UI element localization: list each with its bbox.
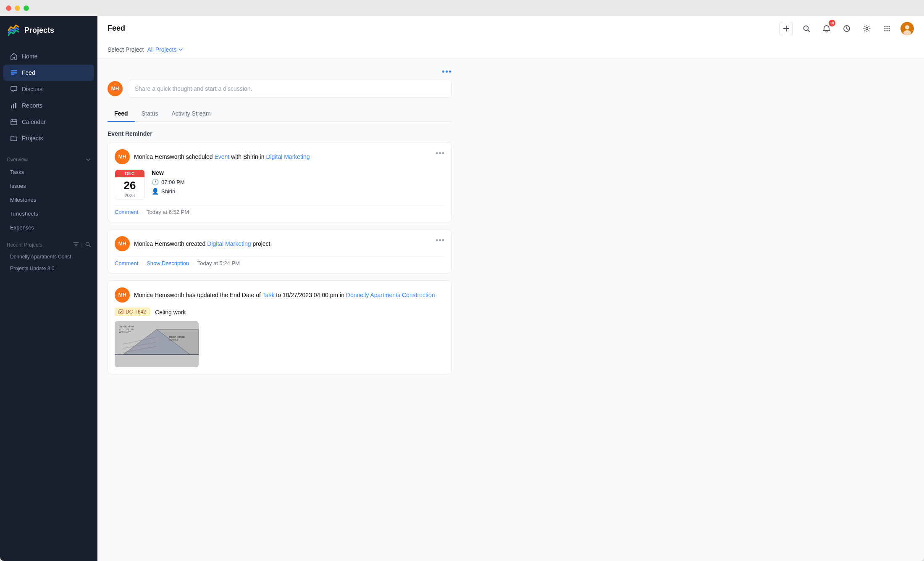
svg-point-10	[866, 27, 868, 29]
maximize-button[interactable]	[24, 5, 29, 11]
person-icon: 👤	[152, 188, 159, 195]
card1-more-button[interactable]: •••	[436, 149, 445, 158]
add-button[interactable]	[780, 22, 793, 35]
svg-point-22	[903, 30, 911, 35]
main-content: Feed 10	[97, 16, 924, 561]
sidebar-item-tasks-label: Tasks	[10, 169, 24, 175]
task-details: DC-T642 Celing work	[115, 308, 445, 367]
reports-icon	[10, 102, 18, 109]
feed-more-button[interactable]: •••	[442, 67, 452, 76]
svg-point-21	[905, 25, 909, 29]
clock-button[interactable]	[840, 22, 853, 35]
card2-comment-link[interactable]: Comment	[115, 260, 138, 266]
recent-item-update8[interactable]: Projects Update 8.0	[3, 263, 94, 274]
settings-button[interactable]	[860, 22, 874, 35]
event-reminder-title: Event Reminder	[108, 130, 152, 137]
pipe-sep: |	[81, 242, 83, 248]
sidebar-item-expenses[interactable]: Expenses	[3, 221, 94, 234]
task-icon	[118, 309, 123, 314]
chevron-down-icon	[178, 47, 183, 52]
sidebar-item-milestones[interactable]: Milestones	[3, 193, 94, 206]
all-projects-label: All Projects	[147, 46, 176, 53]
feed-card-task: MH Monica Hemsworth has updated the End …	[108, 280, 452, 374]
recent-projects-label: Recent Projects	[7, 242, 42, 248]
card3-link1[interactable]: Task	[262, 292, 275, 298]
card3-link2[interactable]: Donnelly Apartments Construction	[346, 292, 435, 298]
card3-text-prefix: Monica Hemsworth has updated the End Dat…	[134, 292, 261, 298]
card1-timestamp: Today at 6:52 PM	[147, 209, 189, 215]
tab-status[interactable]: Status	[135, 106, 165, 122]
feed-card-created: MH Monica Hemsworth created Digital Mark…	[108, 229, 452, 274]
card1-link1[interactable]: Event	[214, 153, 229, 160]
card1-comment-link[interactable]: Comment	[115, 209, 138, 215]
notifications-button[interactable]: 10	[820, 22, 833, 35]
card2-link1[interactable]: Digital Marketing	[207, 240, 251, 247]
card1-text-prefix: Monica Hemsworth scheduled	[134, 153, 213, 160]
search-icon[interactable]	[85, 242, 91, 248]
feed-tabs: Feed Status Activity Stream	[108, 106, 452, 122]
svg-rect-6	[11, 120, 17, 125]
sidebar-item-issues[interactable]: Issues	[3, 179, 94, 192]
card2-more-button[interactable]: •••	[436, 236, 445, 245]
card3-text: Monica Hemsworth has updated the End Dat…	[134, 292, 435, 298]
all-projects-dropdown[interactable]: All Projects	[147, 46, 183, 53]
projects-icon	[10, 134, 18, 142]
sidebar-item-discuss-label: Discuss	[22, 86, 42, 92]
sidebar-item-discuss[interactable]: Discuss	[3, 81, 94, 97]
svg-point-14	[885, 28, 886, 29]
card2-show-desc[interactable]: Show Description	[147, 260, 189, 266]
sidebar-item-home-label: Home	[22, 53, 37, 60]
svg-rect-4	[13, 104, 14, 108]
compose-row: MH Share a quick thought and start a dis…	[108, 80, 452, 97]
sidebar-logo[interactable]: Projects	[0, 16, 97, 45]
card3-avatar: MH	[115, 287, 130, 303]
tab-feed[interactable]: Feed	[108, 106, 135, 122]
sidebar-nav: Home Feed Discuss	[0, 45, 97, 150]
overview-label: Overview	[7, 157, 28, 163]
sidebar-item-calendar-label: Calendar	[22, 119, 46, 125]
svg-text:DEEP RIDGE: DEEP RIDGE	[169, 336, 185, 338]
task-badge: DC-T642	[115, 308, 150, 316]
card2-text: Monica Hemsworth created Digital Marketi…	[134, 240, 270, 247]
notification-count: 10	[829, 20, 835, 26]
svg-point-7	[86, 242, 89, 245]
section-actions: |	[73, 241, 91, 248]
compose-input[interactable]: Share a quick thought and start a discus…	[128, 80, 452, 97]
roof-illustration: RIDGE VENT WITH LIFETIME WARRANTY DEEP R…	[115, 321, 199, 367]
event-person: 👤 Shirin	[152, 188, 185, 195]
grid-button[interactable]	[880, 22, 894, 35]
close-button[interactable]	[6, 5, 11, 11]
sidebar-item-timesheets[interactable]: Timesheets	[3, 207, 94, 220]
feed-card-event-header: MH Monica Hemsworth scheduled Event with…	[115, 149, 445, 164]
app-window: Projects Home Feed	[0, 0, 924, 561]
event-status: New	[152, 169, 185, 176]
feed-icon	[10, 69, 18, 76]
avatar[interactable]	[900, 22, 914, 35]
header-actions: 10	[780, 22, 914, 35]
cal-day: 26	[115, 177, 144, 193]
card1-link2[interactable]: Digital Marketing	[266, 153, 310, 160]
svg-point-8	[804, 26, 808, 30]
dot-sep2: ·	[142, 260, 143, 266]
tab-activity[interactable]: Activity Stream	[165, 106, 217, 122]
discuss-icon	[10, 85, 18, 93]
clock-icon: 🕐	[152, 179, 159, 185]
svg-point-12	[887, 26, 888, 27]
minimize-button[interactable]	[15, 5, 20, 11]
recent-item-donnelly[interactable]: Donnelly Apartments Const	[3, 251, 94, 262]
svg-point-19	[889, 30, 890, 31]
sidebar-item-feed[interactable]: Feed	[3, 65, 94, 81]
feed-card-created-header: MH Monica Hemsworth created Digital Mark…	[115, 236, 445, 251]
sidebar-item-reports[interactable]: Reports	[3, 97, 94, 113]
sidebar-item-projects[interactable]: Projects	[3, 130, 94, 146]
logo-text: Projects	[24, 26, 54, 35]
sidebar-item-milestones-label: Milestones	[10, 197, 36, 203]
search-button[interactable]	[800, 22, 813, 35]
event-reminder-header: Event Reminder	[108, 130, 452, 137]
sidebar-item-home[interactable]: Home	[3, 48, 94, 64]
svg-point-16	[889, 28, 890, 29]
task-badge-label: DC-T642	[126, 309, 146, 315]
filter-icon[interactable]	[73, 241, 79, 248]
sidebar-item-tasks[interactable]: Tasks	[3, 166, 94, 179]
sidebar-item-calendar[interactable]: Calendar	[3, 114, 94, 130]
